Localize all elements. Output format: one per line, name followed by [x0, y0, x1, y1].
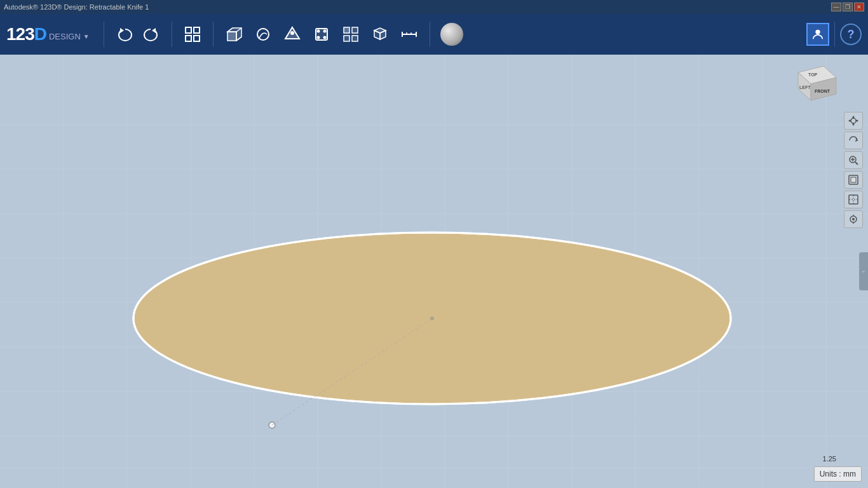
fit-view-icon: [184, 25, 201, 43]
construct-icon: [283, 25, 301, 43]
primitives-icon: [225, 25, 243, 43]
grid: [0, 55, 868, 488]
sketch-button[interactable]: [250, 20, 276, 48]
view-cube[interactable]: TOP LEFT FRONT: [785, 60, 836, 105]
svg-rect-87: [851, 177, 856, 182]
group-icon: [371, 25, 389, 43]
right-panel-tab[interactable]: ›: [859, 252, 868, 290]
sep-right: [834, 22, 835, 47]
coord-indicator: 1.25: [823, 455, 836, 463]
zoom-window-button[interactable]: [844, 191, 863, 208]
logo-123d: 123D: [6, 24, 46, 44]
view-options-button[interactable]: [844, 210, 863, 228]
construct-button[interactable]: [280, 20, 305, 48]
pattern-icon: [342, 25, 360, 43]
orbit-button[interactable]: [844, 132, 863, 149]
logo-area[interactable]: 123D DESIGN ▼: [6, 24, 90, 44]
svg-point-15: [316, 30, 320, 33]
svg-marker-79: [852, 124, 855, 126]
sep-1: [104, 22, 104, 47]
undo-icon: [116, 26, 133, 43]
svg-rect-6: [227, 32, 236, 41]
fit-all-button[interactable]: [844, 171, 863, 189]
svg-rect-4: [186, 36, 191, 41]
help-button[interactable]: ?: [840, 24, 862, 45]
svg-text:FRONT: FRONT: [815, 89, 831, 93]
coord-value: 1.25: [823, 455, 836, 463]
sep-3: [213, 22, 214, 47]
user-icon: [811, 27, 825, 41]
svg-rect-19: [344, 27, 349, 33]
svg-rect-5: [194, 36, 200, 41]
undo-button[interactable]: [112, 20, 137, 48]
svg-marker-78: [852, 116, 855, 118]
undo-redo-group: [112, 20, 164, 48]
svg-marker-80: [848, 119, 850, 122]
titlebar-controls[interactable]: — ❐ ✕: [831, 3, 864, 11]
sep-2: [172, 22, 172, 47]
svg-point-13: [290, 31, 294, 35]
redo-button[interactable]: [139, 20, 164, 48]
svg-point-28: [815, 30, 820, 34]
sketch-icon: [254, 25, 272, 43]
svg-marker-81: [857, 119, 858, 122]
viewport[interactable]: TOP LEFT FRONT: [0, 55, 868, 488]
svg-marker-0: [120, 28, 124, 33]
pattern-button[interactable]: [338, 20, 363, 48]
svg-point-17: [316, 36, 320, 39]
nav-controls: [844, 112, 863, 228]
redo-icon: [143, 26, 159, 43]
minimize-button[interactable]: —: [831, 3, 841, 11]
user-button[interactable]: [806, 23, 829, 46]
svg-rect-3: [194, 27, 200, 33]
group-button[interactable]: [367, 20, 393, 48]
svg-rect-2: [186, 27, 191, 33]
svg-rect-21: [344, 36, 349, 41]
svg-point-73: [851, 118, 856, 123]
measure-button[interactable]: [397, 20, 422, 48]
svg-point-18: [323, 36, 326, 39]
svg-line-83: [855, 162, 858, 165]
titlebar: Autodesk® 123D® Design: Retractable Knif…: [0, 0, 868, 14]
svg-text:TOP: TOP: [808, 72, 818, 77]
fit-view-button[interactable]: [180, 20, 205, 48]
titlebar-title: Autodesk® 123D® Design: Retractable Knif…: [4, 3, 149, 11]
svg-marker-1: [152, 28, 156, 33]
svg-rect-20: [352, 27, 358, 33]
modify-icon: [313, 25, 330, 43]
units-label[interactable]: Units : mm: [814, 466, 862, 482]
svg-rect-22: [352, 36, 358, 41]
svg-text:LEFT: LEFT: [799, 85, 811, 90]
sep-4: [430, 22, 430, 47]
primitives-button[interactable]: [221, 20, 247, 48]
close-button[interactable]: ✕: [854, 3, 864, 11]
svg-point-92: [852, 218, 855, 220]
view-cube-svg: TOP LEFT FRONT: [785, 60, 843, 109]
logo-design: DESIGN: [49, 32, 81, 41]
user-area: ?: [806, 22, 862, 47]
measure-icon: [400, 25, 418, 43]
material-sphere-button[interactable]: [440, 23, 463, 46]
svg-point-16: [323, 30, 326, 33]
zoom-button[interactable]: [844, 151, 863, 169]
pan-button[interactable]: [844, 112, 863, 130]
app-title: Autodesk® 123D® Design: Retractable Knif…: [4, 3, 149, 11]
toolbar: 123D DESIGN ▼: [0, 14, 868, 55]
svg-rect-88: [849, 195, 858, 204]
modify-button[interactable]: [309, 20, 334, 48]
svg-point-11: [257, 29, 269, 40]
maximize-button[interactable]: ❐: [843, 3, 853, 11]
logo-dropdown-arrow[interactable]: ▼: [83, 33, 90, 40]
